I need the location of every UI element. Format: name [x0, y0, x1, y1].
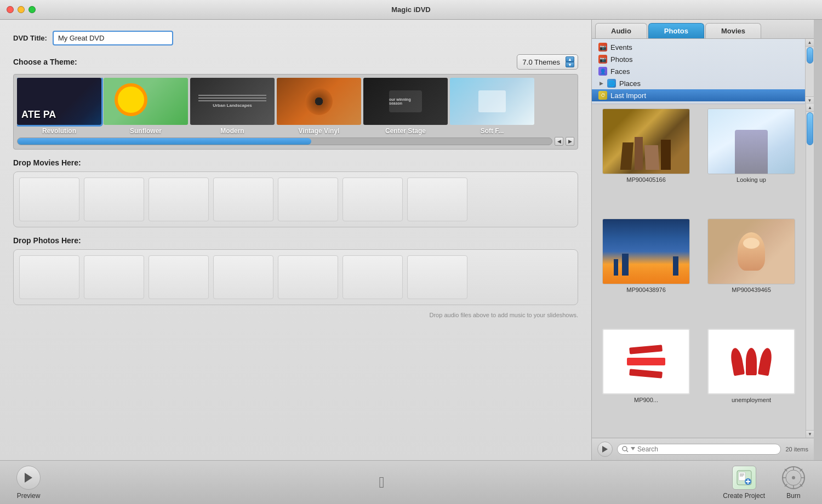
photo-thumb-1 — [602, 108, 690, 174]
events-label: Events — [610, 43, 632, 51]
theme-item-revolution[interactable]: Revolution — [17, 78, 101, 135]
create-project-label: Create Project — [723, 492, 765, 500]
source-list-container: 📷 Events 📷 Photos 👤 Faces ▶ 🌐 Plac — [592, 39, 814, 104]
burn-label: Burn — [786, 492, 800, 500]
maximize-button[interactable] — [28, 6, 36, 13]
theme-thumb-vintage — [277, 78, 361, 125]
burn-button[interactable]: Burn — [781, 466, 806, 500]
source-item-last-import[interactable]: ⏱ Last Import — [592, 89, 805, 101]
drop-audio-hint: Drop audio files above to add music to y… — [13, 312, 578, 318]
photo-caption-5: MP900... — [634, 397, 658, 403]
drop-movie-cell-7 — [407, 177, 467, 221]
preview-button[interactable]: Preview — [16, 466, 41, 500]
photo-thumb-5 — [602, 329, 690, 394]
theme-thumb-modern: Urban Landscapes — [190, 78, 275, 125]
theme-item-center[interactable]: our winning season Center Stage — [363, 78, 448, 135]
theme-name-vintage: Vintage Vinyl — [299, 127, 340, 135]
carousel-scrollbar[interactable] — [17, 138, 552, 145]
carousel-next-button[interactable]: ▶ — [566, 137, 574, 146]
theme-label: Choose a Theme: — [13, 58, 77, 66]
theme-thumb-sunflower — [104, 78, 188, 125]
photo-scroll-track — [806, 112, 814, 430]
events-icon: 📷 — [598, 43, 607, 51]
search-dropdown-icon — [631, 447, 635, 451]
theme-dropdown[interactable]: 7.0 Themes ▲ ▼ — [517, 54, 578, 70]
stepper-down-button[interactable]: ▼ — [566, 62, 574, 67]
theme-thumb-revolution — [17, 78, 101, 125]
photo-toolbar: 20 items — [592, 438, 814, 460]
source-list: 📷 Events 📷 Photos 👤 Faces ▶ 🌐 Plac — [592, 39, 814, 104]
photo-thumb-6 — [707, 329, 795, 394]
photo-scroll-down[interactable]: ▼ — [806, 430, 814, 438]
photo-thumb-3 — [602, 219, 690, 284]
source-item-events[interactable]: 📷 Events — [592, 41, 805, 53]
window-title: Magic iDVD — [391, 5, 431, 14]
drop-photos-zone[interactable] — [13, 249, 578, 305]
theme-item-sunflower[interactable]: Sunflower — [104, 78, 188, 135]
theme-name-modern: Modern — [220, 127, 244, 135]
photo-item-4[interactable]: MP900439465 — [701, 219, 801, 323]
theme-name-revolution: Revolution — [42, 127, 76, 135]
theme-item-modern[interactable]: Urban Landscapes Modern — [190, 78, 275, 135]
tab-photos[interactable]: Photos — [648, 23, 704, 38]
drop-movie-cell-4 — [213, 177, 273, 221]
source-item-places[interactable]: ▶ 🌐 Places — [592, 77, 805, 89]
photo-item-3[interactable]: MP900438976 — [596, 219, 696, 323]
drop-photo-cell-3 — [149, 255, 209, 299]
play-button[interactable] — [597, 442, 613, 457]
carousel-prev-button[interactable]: ◀ — [555, 137, 563, 146]
svg-line-2 — [626, 450, 628, 452]
drop-movies-zone[interactable] — [13, 171, 578, 227]
photo-caption-2: Looking up — [737, 176, 766, 183]
last-import-label: Last Import — [610, 91, 646, 100]
photo-grid: MP900405166 Looking up — [592, 104, 806, 438]
titlebar: Magic iDVD — [0, 0, 822, 20]
source-scroll-up[interactable]: ▲ — [806, 39, 814, 47]
search-box — [617, 444, 781, 455]
theme-item-soft[interactable]: Soft F... — [450, 78, 534, 135]
photo-scroll-thumb[interactable] — [807, 112, 813, 145]
stepper-up-button[interactable]: ▲ — [566, 56, 574, 62]
burn-icon — [781, 466, 806, 490]
tab-audio[interactable]: Audio — [595, 23, 647, 38]
photo-scroll-up[interactable]: ▲ — [806, 104, 814, 112]
source-scroll-down[interactable]: ▼ — [806, 96, 814, 104]
drop-movie-cell-5 — [278, 177, 338, 221]
left-panel: DVD Title: Choose a Theme: 7.0 Themes ▲ … — [0, 20, 592, 460]
last-import-icon: ⏱ — [598, 91, 607, 100]
search-input[interactable] — [637, 445, 776, 453]
photo-item-5[interactable]: MP900... — [596, 329, 696, 433]
window-controls — [7, 6, 36, 13]
photo-thumb-4 — [707, 219, 795, 284]
drop-movie-cell-1 — [19, 177, 79, 221]
drop-movies-section: Drop Movies Here: — [13, 158, 578, 227]
bottom-bar: Preview  Create Project — [0, 460, 822, 504]
tab-bar: Audio Photos Movies — [592, 20, 814, 39]
photo-caption-3: MP900438976 — [626, 287, 666, 293]
play-icon — [602, 446, 608, 453]
photos-label: Photos — [610, 55, 632, 64]
faces-icon: 👤 — [598, 67, 607, 76]
source-scroll-thumb[interactable] — [807, 47, 813, 64]
svg-marker-0 — [602, 446, 608, 453]
drop-movie-cell-2 — [84, 177, 144, 221]
places-disclosure-icon: ▶ — [598, 81, 604, 86]
photo-item-2[interactable]: Looking up — [701, 108, 801, 213]
close-button[interactable] — [7, 6, 14, 13]
source-item-photos[interactable]: 📷 Photos — [592, 53, 805, 65]
photo-item-1[interactable]: MP900405166 — [596, 108, 696, 213]
tab-movies[interactable]: Movies — [705, 23, 761, 38]
minimize-button[interactable] — [18, 6, 25, 13]
svg-point-1 — [623, 446, 627, 451]
svg-point-15 — [792, 476, 795, 479]
places-label: Places — [619, 79, 641, 88]
dvd-title-row: DVD Title: — [13, 31, 578, 45]
preview-icon — [16, 466, 41, 490]
dvd-title-input[interactable] — [53, 31, 173, 45]
theme-section: Choose a Theme: 7.0 Themes ▲ ▼ — [13, 54, 578, 150]
theme-item-vintage[interactable]: Vintage Vinyl — [277, 78, 361, 135]
source-item-faces[interactable]: 👤 Faces — [592, 65, 805, 77]
preview-label: Preview — [17, 492, 41, 500]
photo-item-6[interactable]: unemployment — [701, 329, 801, 433]
create-project-button[interactable]: Create Project — [723, 466, 765, 500]
